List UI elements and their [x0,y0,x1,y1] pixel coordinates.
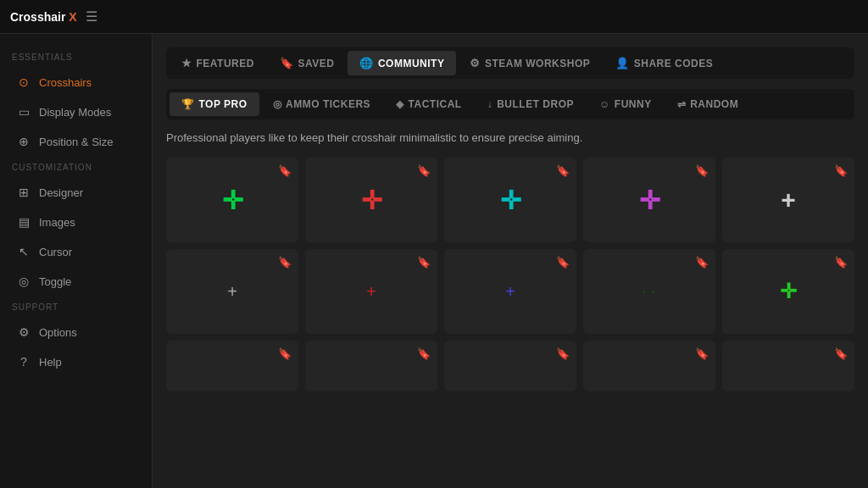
sidebar-item-options[interactable]: ⚙ Options [5,318,147,347]
sidebar-item-cursor[interactable]: ↖ Cursor [5,237,147,266]
crosshair-description: Professional players like to keep their … [166,131,854,144]
sub-tab-bar: 🏆 TOP PRO ◎ AMMO TICKERS ◈ TACTICAL ↓ BU… [166,89,854,119]
crosshair-card-7[interactable]: 🔖 + [444,249,576,334]
designer-icon: ⊞ [17,186,31,199]
main-layout: Essentials ⊙ Crosshairs ▭ Display Modes … [0,34,868,488]
sidebar-item-toggle[interactable]: ◎ Toggle [5,267,147,296]
random-icon: ⇌ [677,98,687,110]
logo-text: Crosshair [10,10,65,24]
bookmark-icon-14[interactable]: 🔖 [834,347,848,360]
tab-steam-workshop[interactable]: ⚙ STEAM WORKSHOP [458,51,602,75]
featured-icon: ★ [181,57,192,69]
tab-featured[interactable]: ★ FEATURED [170,51,266,75]
bookmark-icon-9[interactable]: 🔖 [834,256,848,269]
sidebar-item-help[interactable]: ? Help [5,347,147,376]
crosshair-card-4[interactable]: 🔖 + [722,158,854,242]
sub-tab-funny[interactable]: ☺ FUNNY [587,92,664,116]
crosshair-grid: 🔖 ✛ 🔖 ✛ 🔖 ✛ 🔖 ✛ 🔖 + [166,158,854,391]
sub-tab-bullet-drop[interactable]: ↓ BULLET DROP [476,92,586,116]
bookmark-icon-13[interactable]: 🔖 [695,347,709,360]
main-content: ★ FEATURED 🔖 SAVED 🌐 COMMUNITY ⚙ STEAM W… [153,34,868,488]
community-icon: 🌐 [359,57,374,69]
top-pro-icon: 🏆 [181,98,195,110]
crosshair-card-8[interactable]: 🔖 · · [583,249,715,334]
sub-tab-bullet-label: BULLET DROP [497,98,574,110]
ammo-icon: ◎ [273,98,282,110]
bookmark-icon-8[interactable]: 🔖 [695,256,709,269]
sub-tab-top-pro[interactable]: 🏆 TOP PRO [170,92,259,116]
crosshair-card-6[interactable]: 🔖 + [305,249,437,334]
sidebar: Essentials ⊙ Crosshairs ▭ Display Modes … [0,34,153,488]
tab-saved-label: SAVED [298,58,334,69]
crosshair-symbol-3: ✛ [639,186,660,215]
sidebar-item-position-size[interactable]: ⊕ Position & Size [5,127,147,156]
toggle-icon: ◎ [17,274,31,288]
bookmark-icon-11[interactable]: 🔖 [417,347,431,360]
crosshair-card-12[interactable]: 🔖 [444,341,576,391]
sidebar-label-options: Options [39,326,77,339]
sub-tab-ammo-tickers[interactable]: ◎ AMMO TICKERS [261,92,383,116]
sub-tab-ammo-label: AMMO TICKERS [286,98,370,110]
bookmark-icon-10[interactable]: 🔖 [278,347,292,360]
bookmark-icon-5[interactable]: 🔖 [278,256,292,269]
sidebar-label-position: Position & Size [39,136,113,148]
sidebar-item-crosshairs[interactable]: ⊙ Crosshairs [5,68,147,97]
steam-icon: ⚙ [470,57,481,69]
position-icon: ⊕ [17,135,31,148]
crosshair-symbol-5: + [227,282,237,302]
crosshair-card-11[interactable]: 🔖 [305,341,437,391]
crosshair-card-9[interactable]: 🔖 ✛ [722,249,854,334]
crosshair-grid-wrapper: 🔖 ✛ 🔖 ✛ 🔖 ✛ 🔖 ✛ 🔖 + [166,158,854,391]
crosshair-card-10[interactable]: 🔖 [166,341,298,391]
sub-tab-tactical-label: TACTICAL [409,98,462,110]
crosshair-symbol-4: + [781,186,796,214]
sidebar-label-cursor: Cursor [39,246,72,258]
menu-icon[interactable]: ☰ [86,8,97,25]
bookmark-icon-2[interactable]: 🔖 [556,164,570,177]
crosshair-symbol-1: ✛ [361,186,382,215]
tab-saved[interactable]: 🔖 SAVED [268,51,346,75]
display-icon: ▭ [17,105,31,119]
logo-x: X [69,10,76,24]
bookmark-icon-1[interactable]: 🔖 [417,164,431,177]
tab-bar: ★ FEATURED 🔖 SAVED 🌐 COMMUNITY ⚙ STEAM W… [166,47,854,79]
crosshair-card-0[interactable]: 🔖 ✛ [166,158,298,242]
crosshair-card-5[interactable]: 🔖 + [166,249,298,334]
crosshair-symbol-2: ✛ [500,186,521,215]
sidebar-item-images[interactable]: ▤ Images [5,208,147,236]
sidebar-item-display-modes[interactable]: ▭ Display Modes [5,97,147,126]
crosshair-symbol-0: ✛ [222,186,243,215]
bullet-drop-icon: ↓ [487,98,493,110]
sidebar-label-toggle: Toggle [39,275,71,288]
sub-tab-tactical[interactable]: ◈ TACTICAL [384,92,474,116]
bookmark-icon-12[interactable]: 🔖 [556,347,570,360]
crosshair-card-1[interactable]: 🔖 ✛ [305,158,437,242]
sidebar-item-designer[interactable]: ⊞ Designer [5,178,147,207]
images-icon: ▤ [17,215,31,229]
section-label-essentials: Essentials [0,53,152,67]
topbar: Crosshair X ☰ [0,0,868,34]
crosshair-symbol-9: ✛ [780,280,797,303]
bookmark-icon-3[interactable]: 🔖 [695,164,709,177]
crosshair-card-3[interactable]: 🔖 ✛ [583,158,715,242]
crosshair-card-14[interactable]: 🔖 [722,341,854,391]
tab-community-label: COMMUNITY [378,58,445,69]
options-icon: ⚙ [17,325,31,339]
tab-share-codes[interactable]: 👤 SHARE CODES [604,51,725,75]
crosshair-card-13[interactable]: 🔖 [583,341,715,391]
bookmark-icon-4[interactable]: 🔖 [834,164,848,177]
bookmark-icon-6[interactable]: 🔖 [417,256,431,269]
help-icon: ? [17,355,31,369]
sidebar-label-designer: Designer [39,186,83,199]
sidebar-label-crosshairs: Crosshairs [39,76,92,89]
section-label-customization: Customization [0,163,152,177]
tab-community[interactable]: 🌐 COMMUNITY [348,51,456,75]
app-logo: Crosshair X [10,10,77,24]
sub-tab-random-label: RANDOM [690,98,738,110]
bookmark-icon-0[interactable]: 🔖 [278,164,292,177]
saved-icon: 🔖 [280,57,294,69]
crosshair-symbol-6: + [366,282,376,302]
sub-tab-random[interactable]: ⇌ RANDOM [665,92,751,116]
crosshair-card-2[interactable]: 🔖 ✛ [444,158,576,242]
bookmark-icon-7[interactable]: 🔖 [556,256,570,269]
